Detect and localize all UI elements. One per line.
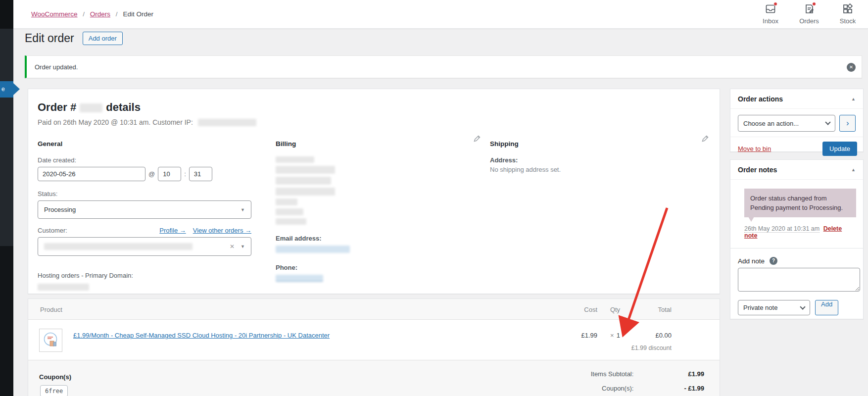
collapse-toggle-icon[interactable]: ▲ <box>851 97 856 101</box>
inbox-icon <box>765 3 776 15</box>
admin-rail-bottom <box>0 246 13 396</box>
stock-icon <box>842 3 854 15</box>
note-type-select[interactable]: Private note <box>738 300 810 315</box>
phone-label: Phone: <box>276 264 471 271</box>
at-symbol: @ <box>148 170 155 178</box>
add-note-button[interactable]: Add <box>815 300 838 315</box>
status-select[interactable]: Processing ▼ <box>38 200 251 219</box>
breadcrumb-separator: / <box>83 10 85 18</box>
activity-panel-tabs: Inbox Orders Stock <box>751 3 867 25</box>
note-bubble-tail <box>748 217 754 222</box>
breadcrumb-current: Edit Order <box>123 10 153 18</box>
edit-billing-pencil-icon[interactable] <box>473 135 481 143</box>
order-action-select[interactable]: Choose an action... <box>738 115 835 132</box>
collapse-toggle-icon[interactable]: ▲ <box>851 167 856 172</box>
tab-stock-label: Stock <box>828 17 867 25</box>
apply-action-button[interactable]: › <box>839 115 856 132</box>
line-items-header: Product Cost Qty Total <box>28 299 720 320</box>
notice-message: Order updated. <box>35 63 78 71</box>
tab-stock[interactable]: Stock <box>828 3 867 25</box>
chevron-down-icon <box>825 119 831 125</box>
shipping-address-label: Address: <box>490 156 710 164</box>
time-separator: : <box>184 170 186 178</box>
help-icon[interactable]: ? <box>770 257 777 265</box>
orders-icon <box>803 3 815 15</box>
add-note-textarea[interactable] <box>738 268 860 292</box>
item-discount-note: £1.99 discount <box>631 345 672 351</box>
order-notes-heading: Order notes <box>738 166 777 174</box>
order-actions-heading: Order actions <box>738 95 783 103</box>
billing-redacted-line <box>276 156 314 163</box>
email-redacted <box>276 246 350 253</box>
billing-redacted-line <box>276 177 331 185</box>
breadcrumb-separator: / <box>116 10 118 18</box>
product-name-link[interactable]: £1.99/Month - Cheap Self-Managed SSD Clo… <box>73 332 330 339</box>
date-created-input[interactable] <box>38 167 145 181</box>
status-value: Processing <box>44 206 76 213</box>
note-date: 26th May 2020 at 10:31 am <box>744 225 820 233</box>
customer-label: Customer: <box>38 227 67 234</box>
clear-customer-icon[interactable]: ✕ <box>230 243 235 250</box>
coupon-tag[interactable]: 6free <box>40 385 68 396</box>
topbar: WooCommerce / Orders / Edit Order Inbox … <box>13 0 868 29</box>
customer-select[interactable]: ✕ ▼ <box>38 237 251 256</box>
order-actions-panel: Order actions ▲ Choose an action... › Mo… <box>730 89 864 152</box>
shipping-column: Shipping Address: No shipping address se… <box>471 140 710 291</box>
email-address-label: Email address: <box>276 235 471 242</box>
move-to-bin-link[interactable]: Move to bin <box>738 145 771 152</box>
tab-orders[interactable]: Orders <box>790 3 828 25</box>
breadcrumb: WooCommerce / Orders / Edit Order <box>31 10 153 18</box>
admin-menu-rail: e <box>0 0 13 396</box>
status-label: Status: <box>38 190 262 198</box>
billing-redacted-line <box>276 218 306 225</box>
admin-menu-flyout-arrow <box>13 83 20 95</box>
phone-redacted[interactable] <box>276 275 323 282</box>
hour-input[interactable] <box>158 167 181 181</box>
line-items-panel: Product Cost Qty Total £1.99/Month - Che… <box>28 298 720 396</box>
shipping-address-value: No shipping address set. <box>490 166 710 173</box>
inbox-unread-badge <box>773 2 777 6</box>
order-note: Order status changed from Pending paymen… <box>744 189 856 217</box>
billing-column: Billing Email address: Phone: <box>262 140 471 291</box>
minute-input[interactable] <box>189 167 212 181</box>
profile-link[interactable]: Profile → <box>159 227 186 234</box>
chevron-down-icon: ▼ <box>241 207 245 212</box>
line-item-row: £1.99/Month - Cheap Self-Managed SSD Clo… <box>28 320 720 360</box>
tab-inbox-label: Inbox <box>751 17 790 25</box>
general-heading: General <box>38 140 262 148</box>
chevron-down-icon: ▼ <box>241 244 245 249</box>
billing-heading: Billing <box>276 140 471 148</box>
coupons-heading: Coupon(s) <box>39 373 71 381</box>
tab-inbox[interactable]: Inbox <box>751 3 790 25</box>
customer-name-redacted <box>44 243 193 250</box>
billing-redacted-line <box>276 188 335 196</box>
date-created-label: Date created: <box>38 156 262 164</box>
general-column: General Date created: @ : Status: Proces… <box>38 140 262 291</box>
breadcrumb-woocommerce-link[interactable]: WooCommerce <box>31 10 78 18</box>
dismiss-notice-button[interactable]: ✕ <box>847 63 856 72</box>
chevron-down-icon <box>800 304 805 309</box>
admin-menu-active-item[interactable]: e <box>0 81 13 98</box>
item-cost: £1.99 <box>542 332 597 339</box>
order-title: Order #details <box>38 101 710 114</box>
order-updated-notice: Order updated. ✕ <box>25 55 862 78</box>
note-meta: 26th May 2020 at 10:31 am Delete note <box>744 225 856 239</box>
update-button[interactable]: Update <box>822 142 857 156</box>
paid-line: Paid on 26th May 2020 @ 10:31 am. Custom… <box>38 118 710 126</box>
view-other-orders-link[interactable]: View other orders → <box>193 227 251 234</box>
customer-ip-redacted <box>198 119 256 126</box>
order-number-redacted <box>80 103 102 112</box>
breadcrumb-orders-link[interactable]: Orders <box>90 10 110 18</box>
product-thumbnail <box>39 329 62 352</box>
order-data-panel: Order #details Paid on 26th May 2020 @ 1… <box>28 89 720 294</box>
order-notes-panel: Order notes ▲ Order status changed from … <box>730 159 864 319</box>
column-product: Product <box>40 306 62 313</box>
order-totals-section: Coupon(s) 6free Items Subtotal: £1.99 Co… <box>28 360 720 396</box>
billing-redacted-line <box>276 198 297 205</box>
column-cost: Cost <box>542 306 597 313</box>
edit-shipping-pencil-icon[interactable] <box>701 135 709 143</box>
billing-redacted-line <box>276 166 335 174</box>
orders-unread-badge <box>812 2 816 6</box>
shipping-heading: Shipping <box>490 140 710 148</box>
add-order-button[interactable]: Add order <box>83 32 123 45</box>
